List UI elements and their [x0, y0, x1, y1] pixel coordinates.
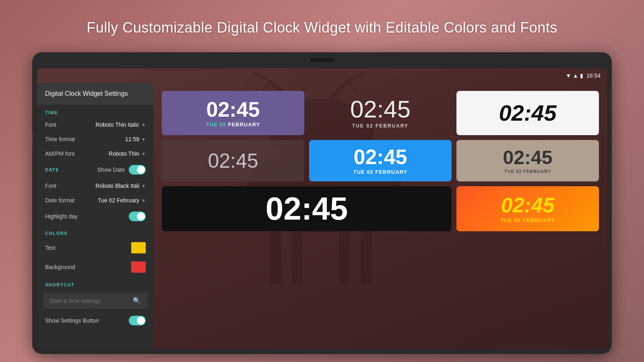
show-date-label: Show Date: [97, 167, 125, 173]
headline: Fully Customizable Digital Clock Widget …: [0, 19, 644, 36]
date-font-arrow: ▼: [142, 184, 146, 188]
widget-semi-dark-time: 02:45: [208, 151, 258, 171]
tablet-frame: ▼ ▲ ▮ 16:54 Digital Clock Widget Setting…: [32, 52, 612, 354]
time-format-label: Time format: [45, 136, 125, 142]
widget-black-large[interactable]: 02:45: [162, 186, 452, 231]
text-color-label: Text: [45, 245, 131, 251]
date-format-row: Date format Tue 02 February ▼: [37, 193, 154, 208]
background-color-label: Background: [45, 264, 131, 270]
widget-blue-date: TUE 02 FEBRUARY: [353, 169, 407, 175]
show-settings-button-row: Show Settings Button: [37, 312, 154, 329]
widget-plain-dark-time: 02:45: [350, 97, 411, 121]
time-format-row: Time format 11:59 ▼: [37, 132, 154, 146]
widget-blue-time: 02:45: [354, 146, 407, 167]
time-format-value[interactable]: 11:59 ▼: [125, 136, 146, 142]
background-color-swatch[interactable]: [131, 261, 146, 273]
widget-plain-dark-date: TUE 02 FEBRUARY: [352, 123, 409, 129]
show-settings-button-toggle[interactable]: [129, 316, 146, 325]
time-section-header: TIME: [37, 105, 154, 117]
wifi-icon: ▼: [566, 72, 571, 79]
status-time: 16:54: [586, 72, 601, 79]
ampm-font-row: AM/PM font Roboto Thin ▼: [37, 146, 154, 161]
widget-purple[interactable]: 02:45 TUE 02 FEBRUARY: [162, 91, 304, 135]
widget-tan-date: TUE 02 FEBRUARY: [504, 169, 551, 174]
widget-blue[interactable]: 02:45 TUE 02 FEBRUARY: [309, 140, 452, 181]
settings-title: Digital Clock Widget Settings: [37, 83, 154, 105]
date-font-value[interactable]: Roboto Black Itali ▼: [95, 183, 146, 189]
time-format-arrow: ▼: [142, 137, 146, 142]
widget-red[interactable]: 02:45 TUE 02 FEBRUARY: [456, 186, 599, 231]
status-bar: ▼ ▲ ▮ 16:54: [566, 68, 607, 83]
widget-white-time: 02:45: [499, 102, 556, 124]
widget-purple-date: TUE 02 FEBRUARY: [206, 121, 260, 128]
svg-line-8: [348, 73, 365, 81]
font-row: Font Roboto Thin Italic ▼: [37, 117, 154, 132]
battery-icon: ▮: [580, 72, 583, 79]
font-value[interactable]: Roboto Thin Italic ▼: [95, 121, 146, 128]
widget-purple-time: 02:45: [206, 99, 260, 120]
tablet-side-button: [32, 133, 33, 149]
widget-red-time: 02:45: [501, 195, 555, 216]
show-date-toggle[interactable]: [129, 165, 146, 175]
widget-white[interactable]: 02:45: [456, 91, 599, 135]
widget-plain-dark[interactable]: 02:45 TUE 02 FEBRUARY: [309, 91, 452, 135]
tablet-camera: [310, 58, 334, 62]
date-section-header: DATE: [45, 167, 97, 172]
svg-line-4: [253, 73, 270, 81]
shortcut-section-header: SHORTCUT: [37, 277, 154, 290]
widget-semi-dark[interactable]: 02:45: [162, 140, 304, 181]
date-section-row: DATE Show Date: [37, 161, 154, 179]
search-icon: 🔍: [133, 297, 141, 304]
shortcut-search-input[interactable]: [50, 298, 133, 304]
date-format-value[interactable]: Tue 02 February ▼: [98, 197, 146, 204]
font-dropdown-arrow: ▼: [142, 123, 146, 127]
widgets-area: 02:45 TUE 02 FEBRUARY 02:45 TUE 02 FEBRU…: [154, 83, 607, 349]
font-label: Font: [45, 121, 95, 128]
date-format-label: Date format: [45, 197, 98, 204]
date-font-label: Font: [45, 183, 95, 189]
widget-black-large-time: 02:45: [266, 193, 348, 225]
text-color-row: Text: [37, 238, 154, 257]
colors-section-header: COLORS: [37, 225, 154, 238]
tablet-screen: ▼ ▲ ▮ 16:54 Digital Clock Widget Setting…: [37, 68, 607, 349]
status-icons: ▼ ▲ ▮: [566, 72, 583, 79]
background-color-row: Background: [37, 257, 154, 277]
highlight-day-row: Highlight day: [37, 208, 154, 225]
ampm-font-label: AM/PM font: [45, 150, 109, 157]
date-format-arrow: ▼: [142, 198, 146, 203]
highlight-day-toggle[interactable]: [129, 212, 146, 221]
settings-panel: Digital Clock Widget Settings TIME Font …: [37, 83, 154, 349]
date-font-row: Font Roboto Black Itali ▼: [37, 179, 154, 193]
widget-red-date: TUE 02 FEBRUARY: [501, 217, 555, 223]
ampm-font-arrow: ▼: [142, 152, 146, 156]
widget-tan-time: 02:45: [503, 148, 553, 167]
highlight-day-label: Highlight day: [45, 213, 129, 220]
text-color-swatch[interactable]: [131, 242, 146, 253]
signal-icon: ▲: [573, 72, 578, 79]
show-settings-button-label: Show Settings Button: [45, 317, 129, 324]
ampm-font-value[interactable]: Roboto Thin ▼: [109, 150, 146, 157]
shortcut-search-row[interactable]: 🔍: [43, 293, 147, 309]
widget-tan[interactable]: 02:45 TUE 02 FEBRUARY: [456, 140, 599, 181]
